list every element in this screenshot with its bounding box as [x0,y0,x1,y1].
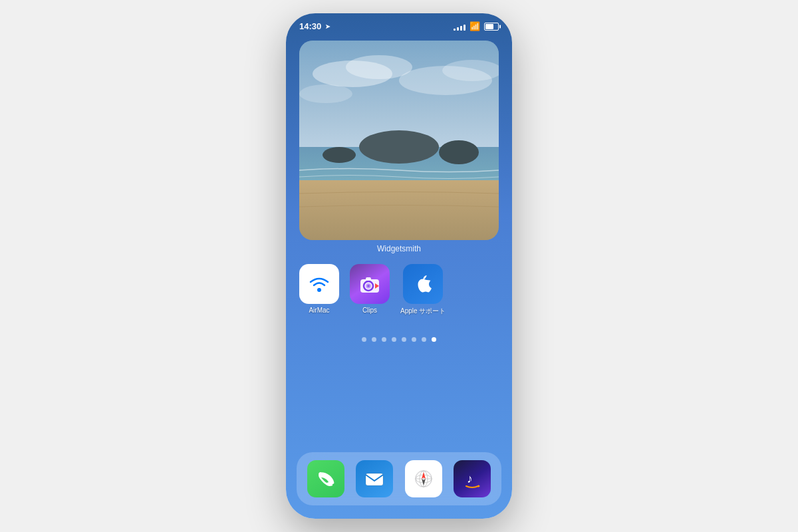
widget-photo [299,41,499,240]
dot-6[interactable] [412,337,416,342]
dock-amazon-music[interactable]: ♪ [454,460,491,497]
dot-3[interactable] [382,337,386,342]
svg-point-8 [359,130,439,164]
airmac-label: AirMac [309,307,329,314]
clips-label: Clips [362,307,377,314]
app-item-airmac[interactable]: AirMac [299,264,339,316]
status-time: 14:30 ➤ [299,21,331,31]
location-icon: ➤ [325,23,331,30]
status-bar: 14:30 ➤ 📶 [286,13,512,35]
time-display: 14:30 [299,21,321,31]
svg-point-12 [317,288,321,292]
dot-8-active[interactable] [432,337,436,342]
app-item-apple-support[interactable]: Apple サポート [400,264,446,316]
dock-phone[interactable] [307,460,344,497]
svg-rect-18 [366,277,371,281]
svg-text:♪: ♪ [467,472,473,485]
svg-rect-11 [299,180,499,240]
dot-4[interactable] [392,337,396,342]
dot-1[interactable] [362,337,366,342]
clips-icon [350,264,390,304]
wifi-icon: 📶 [469,21,480,31]
svg-point-16 [367,285,370,287]
svg-point-5 [299,84,352,103]
airmac-icon [299,264,339,304]
dock: ♪ [297,452,501,505]
app-item-clips[interactable]: Clips [350,264,390,316]
widget-label: Widgetsmith [299,244,499,253]
battery-icon [484,23,499,31]
page-dots [286,324,512,352]
svg-rect-19 [366,473,383,485]
apple-support-label: Apple サポート [400,307,446,316]
dock-safari[interactable] [405,460,442,497]
svg-point-10 [323,147,356,163]
svg-marker-30 [478,485,480,487]
app-row: AirMac Clips [286,256,512,324]
apple-support-icon [403,264,443,304]
phone-frame: 14:30 ➤ 📶 [286,13,512,519]
dot-5[interactable] [402,337,406,342]
dock-mail[interactable] [356,460,393,497]
widget-container[interactable]: Widgetsmith [299,41,499,253]
dot-2[interactable] [372,337,376,342]
battery-fill [485,24,493,29]
svg-point-9 [439,140,479,164]
signal-icon [454,23,466,31]
dot-7[interactable] [422,337,426,342]
status-icons: 📶 [454,21,499,31]
